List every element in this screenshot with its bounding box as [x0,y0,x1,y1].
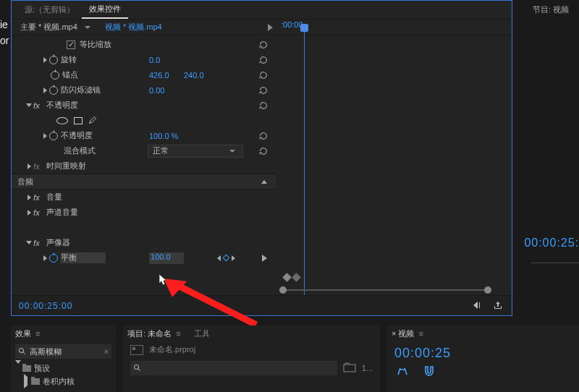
anchor-x-value[interactable]: 426.0 [149,71,169,80]
effects-panel-header[interactable]: 效果 [15,328,31,339]
stopwatch-icon[interactable] [49,132,58,140]
keyframe-diamond-icon[interactable] [282,273,292,282]
expand-toggle[interactable] [25,103,33,107]
anchor-y-value[interactable]: 240.0 [184,71,204,80]
footer-timecode[interactable]: 00:00:25:00 [12,301,72,311]
channel-volume-label: 声道音量 [46,207,78,218]
fx-icon[interactable]: fx [33,194,43,201]
expand-toggle[interactable] [25,241,33,244]
fx-icon[interactable]: fx [33,163,43,170]
stopwatch-icon[interactable] [49,56,58,64]
tools-tab[interactable]: 工具 [194,328,210,339]
bin-icon[interactable] [343,362,356,374]
clear-search-icon[interactable]: × [104,347,109,356]
opacity-label: 不透明度 [61,130,93,141]
clip-selector-row: 主要 * 视频.mp4 视频 * 视频.mp4 [12,20,512,35]
expand-toggle[interactable] [41,88,49,93]
antiflicker-value[interactable]: 0.00 [149,86,164,95]
expand-toggle[interactable] [25,163,33,169]
zoom-handle-left[interactable] [279,286,287,294]
project-panel-header[interactable]: 项目: 未命名 [127,328,172,339]
project-search-input[interactable] [145,364,334,372]
sequence-panel-header[interactable]: × 视频 [392,328,414,339]
program-timecode[interactable]: 00:00:25:0 [524,237,579,250]
expand-toggle[interactable] [41,133,49,139]
panel-tabs: 源:（无剪辑） 效果控件 [12,1,512,20]
effect-timeline[interactable] [279,37,512,295]
bottom-panels: 效果≡ × 预设 卷积内核 项目: 未命名 ≡ 工具 未命名.prproj [11,325,579,392]
project-search[interactable] [130,361,337,375]
keyframe-diamond-icon[interactable] [292,273,301,282]
pen-mask-icon[interactable] [88,116,97,126]
rect-mask-icon[interactable] [74,117,83,124]
magnet-icon[interactable] [423,365,435,378]
cursor-icon [159,273,170,288]
stopwatch-icon[interactable] [49,254,58,263]
opacity-value[interactable]: 100.0 % [149,132,178,140]
prev-keyframe-icon[interactable] [217,255,221,261]
reset-icon[interactable] [258,55,269,65]
sequence-clip-label[interactable]: 视频 * 视频.mp4 [99,22,168,33]
stopwatch-icon[interactable] [51,71,59,80]
volume-label: 音量 [46,192,62,203]
tree-item-presets[interactable]: 预设 [11,362,116,375]
antiflicker-label: 防闪烁滤镜 [61,85,101,95]
fx-icon[interactable]: fx [33,209,43,216]
section-collapse-icon[interactable] [261,180,267,184]
effects-search-input[interactable] [30,347,104,356]
properties-list: ✓ 等比缩放 旋转 0.0 锚点 426.0 240.0 防闪烁滤镜 0.00 [12,37,276,295]
reset-icon[interactable] [258,101,269,111]
sequence-timecode[interactable]: 00:00:25 [387,341,579,365]
zoom-ruler[interactable] [279,286,491,294]
keyframe-nav[interactable] [217,255,235,261]
tree-item-convolution[interactable]: 卷积内核 [11,375,116,388]
zoom-handle-right[interactable] [484,286,491,294]
master-clip-label: 主要 * 视频.mp4 [16,22,82,33]
program-panel-header[interactable]: 节目: 视频 [530,0,579,19]
panel-menu-icon[interactable]: ≡ [176,329,180,338]
folder-icon [22,365,31,372]
panel-menu-icon[interactable]: ≡ [35,329,40,338]
chevron-down-icon[interactable] [85,26,90,29]
effects-search[interactable]: × [15,344,111,359]
fx-icon[interactable]: fx [33,102,43,109]
play-icon[interactable] [268,24,273,31]
fx-icon[interactable]: fx [33,239,43,247]
next-keyframe-icon[interactable] [232,255,235,261]
tab-source[interactable]: 源:（无剪辑） [17,1,82,18]
reset-icon[interactable] [258,40,269,50]
add-keyframe-icon[interactable] [223,255,230,262]
reset-icon[interactable] [258,146,269,156]
expand-toggle[interactable] [25,195,33,200]
reset-icon[interactable] [258,70,269,80]
svg-rect-2 [344,365,355,372]
balance-value-input[interactable]: 100.0 [149,252,184,264]
reset-icon[interactable] [258,131,269,141]
search-icon [18,347,27,356]
svg-point-0 [20,349,24,353]
expand-toggle[interactable] [41,57,49,63]
stopwatch-icon[interactable] [49,86,58,95]
playback-icon[interactable] [473,301,484,311]
checkbox-scale-ratio[interactable]: ✓ [67,41,75,49]
cropped-text: ie or [0,19,9,46]
snap-icon[interactable] [396,366,409,378]
tab-effect-controls[interactable]: 效果控件 [82,1,128,19]
timeline-ruler-start: :00:00 [281,20,303,29]
playhead[interactable] [304,28,305,295]
program-ruler[interactable] [531,257,579,271]
panel-menu-icon[interactable]: ≡ [418,329,423,338]
ellipse-mask-icon[interactable] [56,117,68,124]
expand-toggle[interactable] [41,255,49,261]
reset-icon[interactable] [258,85,269,95]
rotation-value[interactable]: 0.0 [149,56,160,64]
chevron-down-icon [229,150,235,153]
blendmode-select[interactable]: 正常 [148,145,243,158]
export-icon[interactable] [493,300,503,312]
expand-toggle[interactable] [25,210,33,216]
rotation-label: 旋转 [61,54,77,65]
project-panel: 项目: 未命名 ≡ 工具 未命名.prproj 1... [123,325,380,392]
keyframe-markers [284,274,300,281]
play-icon[interactable] [262,255,267,262]
panel-footer: 00:00:25:00 [12,295,512,315]
